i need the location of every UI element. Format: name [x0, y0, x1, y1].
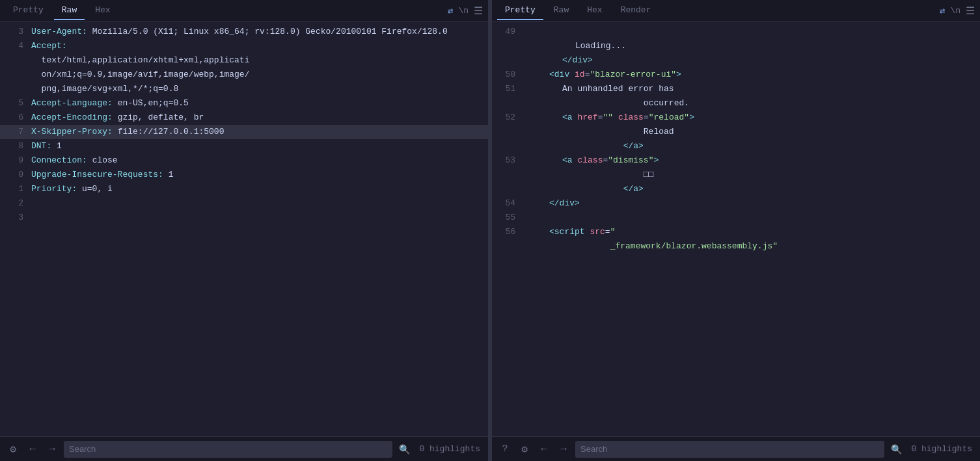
line-content: Accept: text/html,application/xhtml+xml,…: [31, 39, 483, 96]
line-content: [523, 211, 975, 225]
line-content: [31, 211, 483, 225]
left-forward-icon[interactable]: →: [44, 441, 60, 457]
line-content: <a class="dismiss"> □□ </a>: [523, 153, 975, 196]
right-tab-pretty[interactable]: Pretty: [497, 1, 543, 20]
line-number: 55: [497, 211, 515, 225]
table-row: 9 Connection: close: [0, 153, 488, 168]
line-number: 53: [497, 153, 515, 168]
left-menu-icon[interactable]: ☰: [474, 5, 483, 18]
table-row: 1 Priority: u=0, i: [0, 182, 488, 196]
line-content: Priority: u=0, i: [31, 182, 483, 196]
left-back-icon[interactable]: ←: [25, 441, 40, 457]
table-row: 55: [492, 211, 980, 225]
right-tab-render[interactable]: Render: [613, 1, 659, 20]
table-row: 2: [0, 196, 488, 211]
left-settings-icon[interactable]: ⚙: [5, 441, 21, 457]
line-content: Upgrade-Insecure-Requests: 1: [31, 168, 483, 182]
line-content: Loading...: [523, 39, 975, 53]
right-highlights-label: 0 highlights: [908, 444, 975, 454]
left-tab-hex[interactable]: Hex: [87, 1, 118, 20]
line-number: 49: [497, 25, 515, 39]
table-row: 3: [0, 211, 488, 225]
table-row: 5 Accept-Language: en-US,en;q=0.5: [0, 96, 488, 111]
line-number: 0: [5, 168, 23, 182]
table-row: 6 Accept-Encoding: gzip, deflate, br: [0, 111, 488, 125]
line-content: X-Skipper-Proxy: file://127.0.0.1:5000: [31, 125, 483, 139]
right-help-icon[interactable]: ?: [497, 441, 513, 457]
table-row: 3 User-Agent: Mozilla/5.0 (X11; Linux x8…: [0, 25, 488, 39]
table-row: </div>: [492, 53, 980, 68]
line-content: [523, 25, 975, 39]
table-row: 56 <script src=" _framework/blazor.webas…: [492, 225, 980, 254]
line-content: Accept-Encoding: gzip, deflate, br: [31, 111, 483, 125]
right-tab-raw[interactable]: Raw: [546, 1, 577, 20]
line-number: 8: [5, 139, 23, 153]
right-back-icon[interactable]: ←: [536, 441, 552, 457]
right-bottom-bar: ? ⚙ ← → 🔍 0 highlights: [492, 436, 980, 461]
right-code-area[interactable]: 49 Loading... </div> 50 <div id="blazor-…: [492, 22, 980, 436]
left-search-button[interactable]: 🔍: [396, 443, 413, 456]
line-content: Accept-Language: en-US,en;q=0.5: [31, 96, 483, 111]
line-content: Connection: close: [31, 153, 483, 168]
line-number: 2: [5, 196, 23, 211]
left-highlights-label: 0 highlights: [416, 444, 483, 454]
left-newline-icon[interactable]: \n: [458, 6, 469, 16]
right-search-button[interactable]: 🔍: [888, 443, 905, 456]
table-row: 0 Upgrade-Insecure-Requests: 1: [0, 168, 488, 182]
table-row: Loading...: [492, 39, 980, 53]
left-panel: Pretty Raw Hex ⇄ \n ☰ 3 User-Agent: Mozi…: [0, 0, 488, 461]
line-number: 4: [5, 39, 23, 53]
line-content: </div>: [523, 196, 975, 211]
table-row: 4 Accept: text/html,application/xhtml+xm…: [0, 39, 488, 96]
table-row: 53 <a class="dismiss"> □□ </a>: [492, 153, 980, 196]
line-number: 56: [497, 225, 515, 239]
right-settings-icon[interactable]: ⚙: [517, 441, 532, 457]
line-content: User-Agent: Mozilla/5.0 (X11; Linux x86_…: [31, 25, 483, 39]
table-row: 7 X-Skipper-Proxy: file://127.0.0.1:5000: [0, 125, 488, 139]
table-row: 8 DNT: 1: [0, 139, 488, 153]
right-menu-icon[interactable]: ☰: [966, 5, 975, 18]
right-stream-icon[interactable]: ⇄: [940, 5, 945, 16]
table-row: 50 <div id="blazor-error-ui">: [492, 68, 980, 82]
left-stream-icon[interactable]: ⇄: [448, 5, 453, 16]
line-number: 52: [497, 111, 515, 125]
table-row: 54 </div>: [492, 196, 980, 211]
line-number: 3: [5, 211, 23, 225]
left-tab-bar: Pretty Raw Hex ⇄ \n ☰: [0, 0, 488, 22]
line-number: 9: [5, 153, 23, 168]
line-content: <script src=" _framework/blazor.webassem…: [523, 225, 975, 254]
table-row: 52 <a href="" class="reload"> Reload </a…: [492, 111, 980, 153]
line-content: An unhandled error has occurred.: [523, 82, 975, 111]
left-search-input[interactable]: [64, 441, 392, 458]
line-number: 50: [497, 68, 515, 82]
line-content: </div>: [523, 53, 975, 68]
right-newline-icon[interactable]: \n: [950, 6, 960, 16]
line-number: 51: [497, 82, 515, 96]
line-number: 7: [5, 125, 23, 139]
left-tab-raw[interactable]: Raw: [54, 1, 85, 20]
line-content: DNT: 1: [31, 139, 483, 153]
line-number: 6: [5, 111, 23, 125]
table-row: 49: [492, 25, 980, 39]
right-tab-bar: Pretty Raw Hex Render ⇄ \n ☰: [492, 0, 980, 22]
table-row: 51 An unhandled error has occurred.: [492, 82, 980, 111]
left-code-area[interactable]: 3 User-Agent: Mozilla/5.0 (X11; Linux x8…: [0, 22, 488, 436]
right-search-input[interactable]: [575, 441, 884, 458]
line-content: [31, 196, 483, 211]
left-tab-pretty[interactable]: Pretty: [5, 1, 51, 20]
right-panel: Pretty Raw Hex Render ⇄ \n ☰ 49 Loading.…: [492, 0, 980, 461]
right-forward-icon[interactable]: →: [556, 441, 571, 457]
line-number: 3: [5, 25, 23, 39]
line-content: <a href="" class="reload"> Reload </a>: [523, 111, 975, 153]
line-number: 5: [5, 96, 23, 111]
left-bottom-bar: ⚙ ← → 🔍 0 highlights: [0, 436, 488, 461]
line-content: <div id="blazor-error-ui">: [523, 68, 975, 82]
line-number: 54: [497, 196, 515, 211]
line-number: 1: [5, 182, 23, 196]
right-tab-hex[interactable]: Hex: [579, 1, 610, 20]
